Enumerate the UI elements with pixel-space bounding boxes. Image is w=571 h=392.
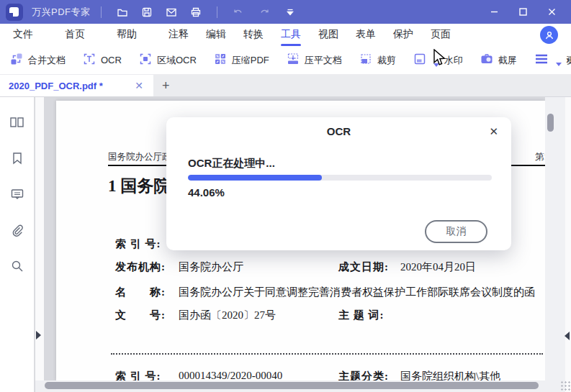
menu-tools[interactable]: 工具 bbox=[281, 24, 301, 46]
flatten-icon bbox=[287, 53, 300, 68]
menu-form[interactable]: 表单 bbox=[356, 24, 376, 46]
collapse-toolbar-icon[interactable] bbox=[279, 3, 301, 22]
field-label: 成文日期: bbox=[338, 261, 389, 273]
attachments-panel-icon[interactable] bbox=[10, 223, 24, 240]
tool-label: 合并文档 bbox=[28, 54, 66, 67]
tab-title: 2020_PDF_OCR.pdf * bbox=[9, 81, 132, 91]
menu-convert[interactable]: 转换 bbox=[243, 24, 264, 46]
new-tab-button[interactable]: + bbox=[153, 75, 179, 96]
ocr-status-text: OCR正在处理中... bbox=[188, 157, 275, 170]
area-ocr-button[interactable]: 区域OCR bbox=[139, 53, 197, 68]
doc-header-text: 国务院办公厅政 bbox=[108, 151, 171, 163]
tool-label: 区域OCR bbox=[157, 54, 197, 67]
redo-icon[interactable] bbox=[253, 3, 275, 22]
menu-help[interactable]: 帮助 bbox=[117, 24, 137, 46]
chevron-down-icon[interactable] bbox=[556, 63, 562, 66]
field-label: 主题分类: bbox=[338, 370, 389, 380]
vertical-scrollbar[interactable] bbox=[545, 97, 565, 380]
maximize-button[interactable] bbox=[512, 3, 534, 22]
doc-page-number: 第1页 bbox=[535, 151, 545, 163]
field-label: 发布机构: bbox=[115, 261, 166, 273]
menu-edit[interactable]: 编辑 bbox=[206, 24, 226, 46]
flatten-document-button[interactable]: 压平文档 bbox=[287, 53, 342, 68]
ocr-progress-fill bbox=[188, 175, 322, 181]
left-sidebar bbox=[0, 97, 35, 392]
tool-label: OCR bbox=[101, 55, 122, 65]
divider bbox=[217, 6, 217, 18]
tool-label: 水印 bbox=[444, 54, 463, 67]
menu-view[interactable]: 视图 bbox=[318, 24, 338, 46]
field-label: 主 题 词: bbox=[338, 309, 385, 321]
screenshot-icon bbox=[480, 53, 493, 68]
tool-label: 截屏 bbox=[498, 54, 517, 67]
menu-comment[interactable]: 注释 bbox=[168, 24, 189, 46]
hamburger-menu-icon bbox=[534, 53, 549, 68]
field-value: 国务院组织机构\其他 bbox=[400, 370, 500, 380]
screenshot-button[interactable]: 截屏 bbox=[480, 53, 517, 68]
doc-heading: 1 国务院 bbox=[108, 175, 170, 197]
email-icon[interactable] bbox=[161, 3, 182, 22]
app-logo-icon bbox=[6, 4, 23, 21]
ocr-percent-text: 44.06% bbox=[188, 186, 225, 199]
menu-page[interactable]: 页面 bbox=[431, 24, 451, 46]
app-title: 万兴PDF专家 bbox=[32, 6, 91, 19]
ocr-icon bbox=[83, 53, 96, 68]
account-avatar[interactable] bbox=[540, 26, 558, 44]
field-value: 2020年04月20日 bbox=[400, 260, 476, 274]
ocr-progress-bar bbox=[188, 175, 492, 181]
watermark-icon bbox=[413, 53, 426, 68]
vertical-scrollbar-thumb[interactable] bbox=[547, 114, 554, 132]
dialog-title: OCR bbox=[166, 125, 511, 137]
tool-label: 压平文档 bbox=[305, 54, 342, 67]
crop-icon bbox=[359, 53, 372, 68]
panel-gutter bbox=[35, 97, 44, 392]
titlebar: 万兴PDF专家 bbox=[0, 0, 571, 24]
document-tab[interactable]: 2020_PDF_OCR.pdf * ✕ bbox=[0, 75, 153, 96]
tools-ribbon: 合并文档 OCR 区域OCR 压缩PDF 压平文档 裁剪 水印 bbox=[0, 46, 571, 75]
menubar: 文件 首页 帮助 注释 编辑 转换 工具 视图 表单 保护 页面 bbox=[0, 24, 571, 46]
area-ocr-icon bbox=[139, 53, 152, 68]
horizontal-scrollbar-thumb[interactable] bbox=[45, 382, 539, 389]
close-button[interactable] bbox=[541, 3, 562, 22]
field-value: 国务院办公厅 bbox=[179, 260, 243, 274]
resize-grip[interactable] bbox=[560, 380, 571, 391]
field-label: 名 称: bbox=[115, 286, 166, 298]
thumbnails-panel-icon[interactable] bbox=[9, 115, 24, 132]
compress-pdf-button[interactable]: 压缩PDF bbox=[214, 53, 269, 68]
comments-panel-icon[interactable] bbox=[10, 187, 24, 204]
field-label: 文 号: bbox=[115, 309, 166, 321]
crop-button[interactable]: 裁剪 bbox=[359, 53, 396, 68]
toolbar-overflow-chevron[interactable]: › bbox=[566, 53, 570, 65]
mouse-cursor bbox=[433, 49, 446, 70]
dialog-close-icon[interactable]: ✕ bbox=[486, 124, 501, 140]
ocr-dialog: OCR ✕ OCR正在处理中... 44.06% 取消 bbox=[166, 117, 511, 250]
menu-file[interactable]: 文件 bbox=[13, 24, 33, 46]
print-icon[interactable] bbox=[185, 3, 207, 22]
doc-dotted-divider bbox=[111, 353, 543, 355]
field-label: 索 引 号: bbox=[115, 370, 161, 380]
open-file-icon[interactable] bbox=[112, 3, 133, 22]
menu-home[interactable]: 首页 bbox=[65, 24, 85, 46]
field-label: 索 引 号: bbox=[115, 238, 161, 250]
field-value: 国务院办公厅关于同意调整完善消费者权益保护工作部际联席会议制度的函 bbox=[179, 286, 535, 299]
compress-pdf-icon bbox=[214, 53, 227, 68]
merge-documents-button[interactable]: 合并文档 bbox=[10, 53, 66, 68]
bookmarks-panel-icon[interactable] bbox=[10, 151, 24, 168]
ocr-button[interactable]: OCR bbox=[83, 53, 122, 68]
field-value: 000014349/2020-00040 bbox=[179, 370, 282, 380]
minimize-button[interactable] bbox=[483, 3, 505, 22]
undo-icon[interactable] bbox=[228, 3, 249, 22]
panel-gutter bbox=[565, 97, 571, 392]
cancel-button[interactable]: 取消 bbox=[425, 220, 487, 243]
expand-left-panel-handle[interactable] bbox=[36, 331, 41, 339]
search-panel-icon[interactable] bbox=[10, 259, 24, 276]
merge-documents-icon bbox=[10, 53, 23, 68]
menu-protect[interactable]: 保护 bbox=[393, 24, 413, 46]
collapse-right-panel-handle[interactable] bbox=[565, 332, 570, 340]
divider bbox=[101, 6, 102, 18]
document-tabbar: 2020_PDF_OCR.pdf * ✕ + bbox=[0, 75, 571, 97]
tab-close-icon[interactable]: ✕ bbox=[132, 80, 146, 91]
save-icon[interactable] bbox=[136, 3, 158, 22]
tool-label: 压缩PDF bbox=[232, 54, 269, 67]
field-value: 国办函〔2020〕27号 bbox=[179, 309, 276, 322]
